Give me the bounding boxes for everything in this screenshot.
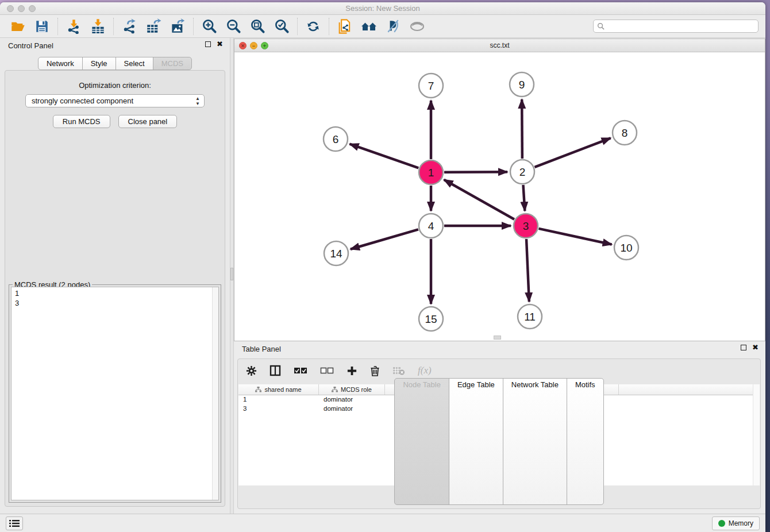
graph-node-8[interactable]: 8 bbox=[613, 121, 637, 145]
network-window: ✕ − + scc.txt 7968124314101511 bbox=[234, 38, 765, 341]
hide-panels-icon bbox=[385, 19, 401, 34]
graph-node-3[interactable]: 3 bbox=[514, 214, 538, 238]
table-tabs: Node TableEdge TableNetwork TableMotifs bbox=[238, 378, 760, 505]
network-titlebar[interactable]: ✕ − + scc.txt bbox=[234, 39, 765, 52]
float-panel-icon[interactable] bbox=[205, 41, 211, 47]
search-icon bbox=[597, 22, 605, 30]
tab-mcds[interactable]: MCDS bbox=[153, 57, 192, 70]
clone-network-button[interactable] bbox=[337, 18, 353, 34]
graph-edge-2-9[interactable] bbox=[522, 99, 522, 159]
canvas-splitter-grip[interactable] bbox=[494, 336, 501, 340]
graph-node-9[interactable]: 9 bbox=[510, 72, 534, 97]
graph-node-6[interactable]: 6 bbox=[324, 127, 348, 151]
graph-node-2[interactable]: 2 bbox=[510, 160, 534, 184]
app-window: Session: New Session bbox=[0, 2, 765, 532]
graph-edge-3-10[interactable] bbox=[538, 229, 611, 245]
save-session-button[interactable] bbox=[34, 18, 50, 34]
close-panel-icon[interactable]: ✖ bbox=[752, 345, 759, 350]
close-panel-icon[interactable]: ✖ bbox=[217, 41, 223, 47]
node-label: 11 bbox=[524, 311, 536, 323]
memory-status-icon bbox=[718, 520, 725, 527]
graph-node-14[interactable]: 14 bbox=[324, 241, 348, 265]
panel-splitter[interactable] bbox=[230, 38, 234, 514]
zoom-out-icon bbox=[226, 18, 241, 34]
export-network-button[interactable] bbox=[121, 18, 137, 34]
export-table-icon bbox=[146, 18, 161, 34]
toolbar-separator bbox=[193, 18, 194, 35]
list-icon bbox=[9, 519, 20, 527]
create-column-button[interactable] bbox=[346, 365, 357, 376]
tab-node-table[interactable]: Node Table bbox=[394, 378, 449, 505]
toolbar-separator bbox=[297, 18, 298, 35]
close-panel-button[interactable]: Close panel bbox=[118, 115, 178, 128]
export-table-button[interactable] bbox=[145, 18, 161, 34]
select-all-columns-button[interactable] bbox=[294, 367, 307, 375]
export-image-button[interactable] bbox=[170, 18, 186, 34]
graph-edge-4-14[interactable] bbox=[351, 229, 418, 249]
node-label: 7 bbox=[428, 80, 434, 92]
node-label: 6 bbox=[333, 133, 339, 145]
node-label: 9 bbox=[519, 79, 525, 91]
graph-node-7[interactable]: 7 bbox=[419, 74, 443, 98]
delete-table-button-disabled bbox=[392, 366, 405, 375]
mcds-result-text[interactable]: 1 3 bbox=[11, 287, 219, 500]
delete-column-button[interactable] bbox=[370, 365, 380, 376]
graph-edge-1-6[interactable] bbox=[350, 144, 419, 168]
control-panel-tabs: NetworkStyleSelectMCDS bbox=[0, 57, 230, 70]
graph-edge-3-1[interactable] bbox=[444, 180, 514, 219]
graph-edge-1-2[interactable] bbox=[444, 172, 507, 172]
tab-select[interactable]: Select bbox=[116, 57, 153, 70]
tab-edge-table[interactable]: Edge Table bbox=[449, 378, 503, 505]
graph-edge-2-8[interactable] bbox=[534, 138, 610, 167]
table-panel: Table Panel ✖ bbox=[234, 341, 765, 514]
zoom-in-button[interactable] bbox=[201, 18, 217, 34]
trash-icon bbox=[370, 365, 380, 376]
splitter-grip[interactable] bbox=[230, 268, 233, 280]
home-button[interactable] bbox=[361, 18, 377, 34]
import-network-button[interactable] bbox=[66, 18, 82, 34]
graph-node-4[interactable]: 4 bbox=[419, 214, 443, 238]
network-view-title: scc.txt bbox=[234, 41, 765, 49]
refresh-icon bbox=[306, 19, 321, 34]
import-table-button[interactable] bbox=[90, 18, 106, 34]
zoom-selected-button[interactable] bbox=[274, 18, 290, 34]
search-field[interactable] bbox=[593, 20, 759, 33]
dropdown-stepper-icon: ▲▼ bbox=[195, 96, 200, 106]
zoom-fit-button[interactable] bbox=[249, 18, 265, 34]
tab-style[interactable]: Style bbox=[82, 57, 116, 70]
graph-edge-3-11[interactable] bbox=[526, 239, 529, 302]
search-input[interactable] bbox=[607, 22, 754, 30]
result-scrollbar[interactable] bbox=[212, 287, 218, 500]
node-label: 10 bbox=[620, 242, 632, 254]
task-history-button[interactable] bbox=[6, 516, 23, 530]
table-settings-button[interactable] bbox=[246, 365, 257, 376]
tab-motifs[interactable]: Motifs bbox=[567, 378, 604, 505]
graph-node-11[interactable]: 11 bbox=[518, 304, 542, 329]
node-label: 8 bbox=[622, 127, 628, 139]
control-panel-actions: ✖ bbox=[205, 41, 223, 47]
show-column-panel-button[interactable] bbox=[270, 365, 281, 376]
criterion-dropdown[interactable]: strongly connected component ▲▼ bbox=[25, 94, 205, 107]
node-label: 4 bbox=[428, 220, 434, 232]
graph-node-10[interactable]: 10 bbox=[614, 236, 638, 260]
main-content: Control Panel ✖ NetworkStyleSelectMCDS O… bbox=[0, 38, 765, 514]
import-table-icon bbox=[90, 18, 106, 34]
graph-node-1[interactable]: 1 bbox=[419, 160, 443, 184]
graph-node-15[interactable]: 15 bbox=[419, 307, 443, 331]
open-session-button[interactable] bbox=[10, 18, 26, 34]
toggle-panels-button[interactable] bbox=[385, 18, 401, 34]
float-panel-icon[interactable] bbox=[741, 345, 746, 350]
unselect-all-columns-button[interactable] bbox=[320, 367, 334, 375]
status-bar: Memory bbox=[0, 514, 765, 532]
zoom-out-button[interactable] bbox=[225, 18, 241, 34]
tab-network[interactable]: Network bbox=[38, 57, 83, 70]
memory-button[interactable]: Memory bbox=[712, 516, 760, 530]
plus-icon bbox=[346, 365, 357, 376]
network-canvas[interactable]: 7968124314101511 bbox=[234, 52, 765, 341]
tab-network-table[interactable]: Network Table bbox=[503, 378, 567, 505]
run-mcds-button[interactable]: Run MCDS bbox=[53, 115, 110, 128]
graph-edge-2-3[interactable] bbox=[523, 185, 525, 211]
mcds-buttons: Run MCDS Close panel bbox=[5, 115, 225, 128]
preview-button[interactable] bbox=[409, 18, 425, 34]
apply-layout-button[interactable] bbox=[305, 18, 321, 34]
